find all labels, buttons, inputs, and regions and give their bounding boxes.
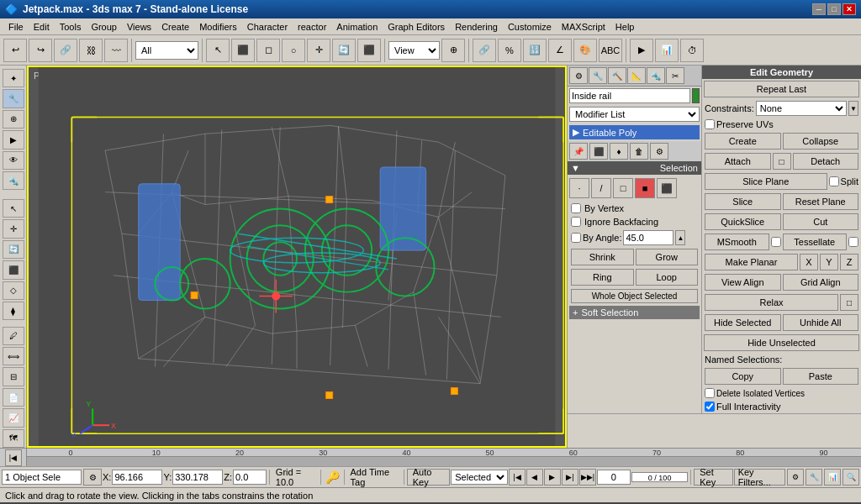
show-end-result[interactable]: ⬛: [589, 143, 608, 160]
soft-selection-bar[interactable]: + Soft Selection: [569, 306, 700, 319]
mini-icon-3[interactable]: 📊: [824, 469, 841, 486]
squash-btn[interactable]: ⧫: [3, 302, 24, 320]
unhide-all-button[interactable]: Unhide All: [783, 314, 859, 331]
mod-icon-4[interactable]: 📐: [627, 67, 646, 84]
schematic-view[interactable]: 🗺: [3, 429, 24, 448]
angle-spin-up[interactable]: ▲: [675, 230, 685, 245]
z-button[interactable]: Z: [840, 254, 858, 270]
mini-icon-1[interactable]: ⚙: [787, 469, 804, 486]
create-tab[interactable]: ✦: [3, 69, 24, 87]
detach-button[interactable]: Detach: [793, 153, 859, 170]
preserve-uvs-checkbox[interactable]: [705, 119, 715, 129]
split-checkbox[interactable]: [829, 176, 839, 186]
auto-key-button[interactable]: Auto Key: [407, 469, 451, 486]
layer-btn[interactable]: 📄: [3, 388, 24, 407]
undo-button[interactable]: ↩: [3, 39, 27, 62]
menu-rendering[interactable]: Rendering: [450, 20, 503, 34]
quickslice-button[interactable]: QuickSlice: [705, 213, 781, 230]
delete-isolated-checkbox[interactable]: [705, 388, 715, 398]
select-obj[interactable]: ↖: [3, 199, 24, 218]
percent-snap[interactable]: %: [498, 39, 521, 62]
y-coord-input[interactable]: [172, 470, 223, 485]
menu-help[interactable]: Help: [610, 20, 640, 34]
motion-tab[interactable]: ▶: [3, 130, 24, 149]
grow-button[interactable]: Grow: [636, 249, 699, 265]
menu-tools[interactable]: Tools: [55, 20, 87, 34]
border-icon[interactable]: □: [613, 178, 633, 198]
menu-animation[interactable]: Animation: [331, 20, 383, 34]
paste-button[interactable]: Paste: [783, 368, 859, 385]
menu-file[interactable]: File: [3, 20, 29, 34]
collapse-button[interactable]: Collapse: [783, 133, 859, 150]
named-selection-combo[interactable]: Selected: [451, 470, 508, 485]
repeat-last-button[interactable]: Repeat Last: [704, 81, 859, 97]
select-lasso[interactable]: ○: [282, 39, 305, 62]
slice-plane-button[interactable]: Slice Plane: [705, 173, 827, 190]
constraints-combo[interactable]: None Edge Face Normal: [756, 101, 847, 116]
next-frame-btn[interactable]: ▶|: [562, 469, 578, 486]
maximize-button[interactable]: □: [827, 3, 841, 15]
z-coord-input[interactable]: [233, 470, 267, 485]
mod-icon-1[interactable]: ⚙: [569, 67, 588, 84]
non-uniform-scale[interactable]: ◇: [3, 281, 24, 300]
timeline-track[interactable]: 0 10 20 30 40 50 60 70 80 90: [27, 449, 861, 466]
vertex-icon[interactable]: ·: [569, 178, 589, 198]
tessellate-checkbox[interactable]: [848, 237, 858, 247]
prev-frame-btn[interactable]: ◀: [526, 469, 543, 486]
by-vertex-checkbox[interactable]: [571, 203, 581, 213]
display-tab[interactable]: 👁: [3, 151, 24, 170]
select-link-button[interactable]: 🔗: [54, 39, 77, 62]
spinner-snap[interactable]: 🔢: [523, 39, 547, 62]
viewport[interactable]: Perspective: [27, 66, 567, 448]
obj-properties-button[interactable]: ⚙: [83, 469, 102, 486]
scale-btn[interactable]: ⬛: [3, 260, 24, 279]
quick-render[interactable]: ABC: [599, 39, 622, 62]
mini-icon-2[interactable]: 🔧: [806, 469, 822, 486]
menu-create[interactable]: Create: [156, 20, 194, 34]
close-button[interactable]: ✕: [843, 3, 856, 15]
create-button[interactable]: Create: [705, 133, 781, 150]
configure-mod-sets[interactable]: ⚙: [650, 143, 668, 160]
msmooth-button[interactable]: MSmooth: [705, 234, 769, 250]
cut-button[interactable]: Cut: [783, 213, 859, 230]
time-config[interactable]: ⏱: [680, 39, 704, 62]
mini-icon-4[interactable]: 🔍: [843, 469, 859, 486]
msmooth-checkbox[interactable]: [771, 237, 781, 247]
pivot-point[interactable]: ⊕: [441, 39, 465, 62]
make-planar-button[interactable]: Make Planar: [705, 254, 798, 270]
x-button[interactable]: X: [800, 254, 818, 270]
view-align-button[interactable]: View Align: [705, 274, 781, 291]
select-tool[interactable]: ↖: [206, 39, 230, 62]
menu-group[interactable]: Group: [86, 20, 122, 34]
element-icon[interactable]: ⬛: [657, 178, 677, 198]
loop-button[interactable]: Loop: [636, 269, 699, 286]
paint-select[interactable]: 🖊: [3, 327, 24, 345]
mod-icon-2[interactable]: 🔧: [589, 67, 607, 84]
menu-edit[interactable]: Edit: [29, 20, 55, 34]
curve-editor[interactable]: 📈: [3, 408, 24, 427]
mod-icon-3[interactable]: 🔨: [608, 67, 626, 84]
edge-icon[interactable]: /: [591, 178, 611, 198]
by-angle-checkbox[interactable]: [571, 233, 581, 243]
scale-tool[interactable]: ⬛: [357, 39, 381, 62]
editable-poly-item[interactable]: ▶ Editable Poly: [569, 125, 700, 139]
full-interactivity-checkbox[interactable]: [705, 402, 715, 412]
attach-list-button[interactable]: □: [773, 153, 791, 170]
slice-button[interactable]: Slice: [705, 193, 781, 210]
menu-graph-editors[interactable]: Graph Editors: [383, 20, 450, 34]
menu-customize[interactable]: Customize: [503, 20, 557, 34]
hide-unselected-button[interactable]: Hide Unselected: [704, 334, 859, 351]
reference-coord-combo[interactable]: View Screen World Local Gimbal: [388, 41, 440, 60]
anim-btn[interactable]: ▶: [630, 39, 653, 62]
angle-snap[interactable]: ∠: [548, 39, 572, 62]
select-and-link[interactable]: 🔗: [473, 39, 496, 62]
ring-button[interactable]: Ring: [571, 269, 634, 286]
play-btn[interactable]: ▶: [544, 469, 561, 486]
copy-button[interactable]: Copy: [705, 368, 781, 385]
angle-value-input[interactable]: [623, 230, 673, 245]
move-btn[interactable]: ✛: [3, 219, 24, 238]
menu-maxscript[interactable]: MAXScript: [557, 20, 610, 34]
menu-modifiers[interactable]: Modifiers: [194, 20, 242, 34]
relax-button[interactable]: Relax: [705, 294, 838, 311]
rotate-tool[interactable]: 🔄: [332, 39, 356, 62]
